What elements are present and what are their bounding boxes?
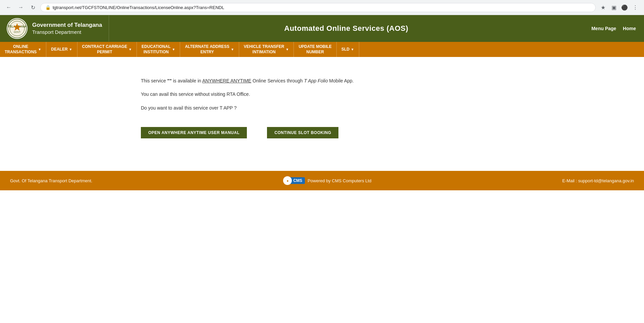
- info-line2: You can avail this service without visit…: [141, 90, 250, 98]
- info-line3: Do you want to avail this service over T…: [141, 104, 237, 112]
- nav-educational[interactable]: EDUCATIONALINSTITUTION ▼: [137, 42, 180, 57]
- logo-section: TELANGANA GOVT Government of Telangana T…: [0, 15, 109, 42]
- forward-button[interactable]: →: [16, 3, 25, 12]
- nav-update-mobile[interactable]: UPDATE MOBILENUMBER: [294, 42, 336, 57]
- site-title: Automated Online Services (AOS): [109, 24, 583, 33]
- nav-dealer-label: DEALER: [51, 47, 67, 52]
- home-link[interactable]: Home: [623, 26, 636, 31]
- nav-vehicle-transfer-arrow: ▼: [285, 47, 289, 52]
- nav-online-transactions-arrow: ▼: [38, 47, 41, 52]
- browser-action-buttons: ★ ▣ ⚫ ⋮: [598, 3, 640, 12]
- nav-dealer[interactable]: DEALER ▼: [46, 42, 77, 57]
- open-manual-button[interactable]: OPEN ANYWHERE ANYTIME USER MANUAL: [141, 127, 247, 138]
- footer-email: E-Mail : support-td@telangana.gov.in: [562, 178, 634, 183]
- main-content: This service "" is available in ANYWHERE…: [0, 57, 644, 171]
- footer: Govt. Of Telangana Transport Department.…: [0, 171, 644, 190]
- action-buttons: OPEN ANYWHERE ANYTIME USER MANUAL CONTIN…: [141, 127, 338, 138]
- browser-chrome: ← → ↻ 🔒 tgtransport.net/TGCFSTONLINE/Onl…: [0, 0, 644, 15]
- nav-bar: ONLINETRANSACTIONS ▼ DEALER ▼ CONTRACT C…: [0, 42, 644, 57]
- extensions-button[interactable]: ▣: [609, 3, 619, 12]
- org-name: Government of Telangana: [32, 21, 102, 29]
- back-button[interactable]: ←: [4, 3, 13, 12]
- footer-left-text: Govt. Of Telangana Transport Department.: [10, 178, 92, 183]
- nav-educational-arrow: ▼: [172, 47, 175, 52]
- org-sub: Transport Department: [32, 29, 102, 36]
- quote-text: "": [167, 78, 172, 83]
- cms-box-label: CMS: [290, 177, 305, 184]
- site-header: TELANGANA GOVT Government of Telangana T…: [0, 15, 644, 42]
- bookmark-button[interactable]: ★: [598, 3, 608, 12]
- cms-logo: ● CMS: [283, 176, 305, 185]
- nav-contract-carriage-label: CONTRACT CARRIAGEPERMIT: [82, 44, 127, 55]
- menu-button[interactable]: ⋮: [631, 3, 640, 12]
- nav-alternate-address-label: ALTERNATE ADDRESSENTRY: [185, 44, 229, 55]
- app-name: T App Folio: [304, 78, 328, 83]
- nav-contract-carriage[interactable]: CONTRACT CARRIAGEPERMIT ▼: [77, 42, 137, 57]
- logo-circle: TELANGANA GOVT: [7, 18, 28, 39]
- address-bar[interactable]: 🔒 tgtransport.net/TGCFSTONLINE/OnlineTra…: [40, 3, 596, 12]
- svg-text:GOVT: GOVT: [14, 31, 21, 33]
- nav-contract-carriage-arrow: ▼: [128, 47, 132, 52]
- secure-icon: 🔒: [45, 5, 51, 10]
- nav-sld-arrow: ▼: [351, 47, 354, 52]
- profile-button[interactable]: ⚫: [620, 3, 629, 12]
- header-title: Government of Telangana Transport Depart…: [32, 21, 102, 36]
- url-text: tgtransport.net/TGCFSTONLINE/OnlineTrans…: [53, 5, 591, 10]
- nav-online-transactions[interactable]: ONLINETRANSACTIONS ▼: [0, 42, 46, 57]
- footer-center: ● CMS Powered by CMS Computers Ltd: [283, 176, 371, 185]
- nav-alternate-address[interactable]: ALTERNATE ADDRESSENTRY ▼: [180, 42, 239, 57]
- nav-sld[interactable]: SLD ▼: [337, 42, 359, 57]
- info-line1: This service "" is available in ANYWHERE…: [141, 77, 354, 84]
- reload-button[interactable]: ↻: [28, 3, 38, 12]
- nav-online-transactions-label: ONLINETRANSACTIONS: [5, 44, 37, 55]
- menu-page-link[interactable]: Menu Page: [591, 26, 616, 31]
- nav-vehicle-transfer-label: VEHICLE TRANSFERINTIMATION: [244, 44, 284, 55]
- nav-alternate-address-arrow: ▼: [231, 47, 234, 52]
- nav-vehicle-transfer[interactable]: VEHICLE TRANSFERINTIMATION ▼: [239, 42, 294, 57]
- nav-educational-label: EDUCATIONALINSTITUTION: [142, 44, 170, 55]
- anywhere-anytime-link: ANYWHERE ANYTIME: [202, 78, 251, 83]
- email-label: E-Mail :: [562, 178, 578, 183]
- powered-by-text: Powered by CMS Computers Ltd: [308, 178, 371, 183]
- nav-sld-label: SLD: [341, 47, 350, 52]
- nav-update-mobile-label: UPDATE MOBILENUMBER: [299, 44, 331, 55]
- email-address: support-td@telangana.gov.in: [578, 178, 634, 183]
- nav-dealer-arrow: ▼: [69, 47, 72, 52]
- telangana-logo: TELANGANA GOVT: [7, 19, 27, 38]
- continue-slot-booking-button[interactable]: CONTINUE SLOT BOOKING: [267, 127, 338, 138]
- header-links: Menu Page Home: [583, 26, 644, 31]
